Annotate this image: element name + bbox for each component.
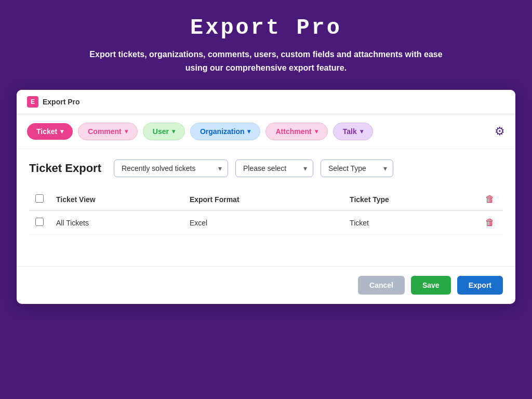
main-content: Ticket Export Recently solved tickets Al…: [17, 149, 515, 245]
please-select-dropdown-wrapper: Please select Excel CSV JSON: [235, 159, 313, 177]
hero-subtitle: Export tickets, organizations, comments,…: [89, 48, 443, 74]
row-delete-button[interactable]: 🗑: [485, 217, 495, 228]
nav-organization-button[interactable]: Organization ▾: [190, 123, 261, 140]
save-button[interactable]: Save: [411, 276, 451, 295]
row-checkbox[interactable]: [35, 218, 44, 226]
app-logo-icon: E: [27, 96, 38, 108]
app-header-title: Export Pro: [43, 98, 80, 106]
table-container: Ticket View Export Format Ticket Type 🗑 …: [29, 189, 503, 235]
ticket-view-select[interactable]: Recently solved tickets All Tickets Open…: [114, 159, 228, 177]
delete-all-button[interactable]: 🗑: [485, 194, 495, 205]
nav-user-button[interactable]: User ▾: [143, 123, 185, 140]
footer-bar: Cancel Save Export: [17, 266, 515, 304]
settings-gear-icon[interactable]: ⚙: [495, 125, 505, 138]
hero-title: Export Pro: [190, 16, 342, 41]
app-header: E Export Pro: [17, 90, 515, 114]
talk-chevron-icon: ▾: [360, 128, 363, 135]
row-ticket-type: Ticket: [343, 210, 477, 235]
toolbar-row: Ticket Export Recently solved tickets Al…: [29, 159, 503, 177]
nav-comment-button[interactable]: Comment ▾: [78, 123, 138, 140]
col-header-delete: 🗑: [477, 189, 503, 210]
nav-bar: Ticket ▾ Comment ▾ User ▾ Organization ▾…: [17, 114, 515, 149]
nav-talk-button[interactable]: Talk ▾: [333, 123, 373, 140]
section-title: Ticket Export: [29, 162, 101, 175]
export-button[interactable]: Export: [457, 276, 503, 295]
comment-chevron-icon: ▾: [125, 128, 128, 135]
app-window: E Export Pro Ticket ▾ Comment ▾ User ▾ O…: [17, 90, 515, 304]
row-ticket-view: All Tickets: [50, 210, 183, 235]
select-type-select[interactable]: Select Type Ticket Comment User: [321, 159, 393, 177]
table-header-row: Ticket View Export Format Ticket Type 🗑: [29, 189, 503, 210]
select-type-dropdown-wrapper: Select Type Ticket Comment User: [321, 159, 393, 177]
table-row: All Tickets Excel Ticket 🗑: [29, 210, 503, 235]
org-chevron-icon: ▾: [247, 128, 250, 135]
nav-attachment-button[interactable]: Attchment ▾: [265, 123, 327, 140]
nav-ticket-button[interactable]: Ticket ▾: [27, 123, 73, 140]
select-all-checkbox[interactable]: [35, 194, 44, 203]
col-header-checkbox: [29, 189, 50, 210]
row-checkbox-cell: [29, 210, 50, 235]
ticket-chevron-icon: ▾: [60, 128, 63, 135]
tickets-table: Ticket View Export Format Ticket Type 🗑 …: [29, 189, 503, 235]
row-delete-cell: 🗑: [477, 210, 503, 235]
cancel-button[interactable]: Cancel: [358, 276, 405, 295]
col-header-export-format: Export Format: [183, 189, 343, 210]
col-header-ticket-view: Ticket View: [50, 189, 183, 210]
please-select-select[interactable]: Please select Excel CSV JSON: [235, 159, 313, 177]
ticket-view-dropdown-wrapper: Recently solved tickets All Tickets Open…: [114, 159, 228, 177]
attachment-chevron-icon: ▾: [315, 128, 318, 135]
user-chevron-icon: ▾: [172, 128, 175, 135]
col-header-ticket-type: Ticket Type: [343, 189, 477, 210]
row-export-format: Excel: [183, 210, 343, 235]
